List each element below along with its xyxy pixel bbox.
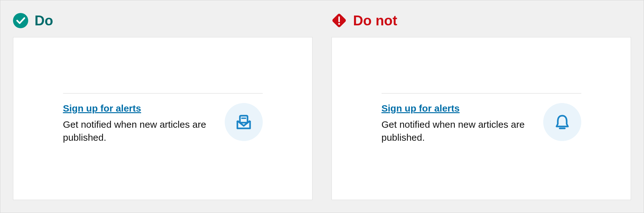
signup-alerts-link[interactable]: Sign up for alerts: [382, 103, 460, 114]
guidance-container: Do Sign up for alerts Get notified when …: [0, 0, 644, 213]
donot-header: Do not: [332, 13, 631, 28]
warning-diamond-icon: [332, 13, 347, 28]
do-title: Do: [35, 14, 53, 28]
check-circle-icon: [13, 13, 28, 28]
do-panel: Do Sign up for alerts Get notified when …: [13, 13, 312, 200]
donot-card-description: Get notified when new articles are publi…: [382, 118, 534, 144]
envelope-open-icon: [225, 103, 263, 141]
do-header: Do: [13, 13, 312, 28]
svg-point-5: [338, 23, 340, 25]
svg-rect-1: [240, 116, 248, 123]
donot-example-card: Sign up for alerts Get notified when new…: [332, 37, 631, 200]
bell-icon: [543, 103, 581, 141]
donot-title: Do not: [353, 14, 397, 28]
do-card-inner: Sign up for alerts Get notified when new…: [63, 93, 263, 144]
svg-point-0: [13, 13, 28, 28]
donot-card-text: Sign up for alerts Get notified when new…: [382, 103, 534, 144]
do-card-text: Sign up for alerts Get notified when new…: [63, 103, 215, 144]
do-example-card: Sign up for alerts Get notified when new…: [13, 37, 312, 200]
donot-card-inner: Sign up for alerts Get notified when new…: [382, 93, 581, 144]
do-card-description: Get notified when new articles are publi…: [63, 118, 215, 144]
donot-panel: Do not Sign up for alerts Get notified w…: [332, 13, 631, 200]
signup-alerts-link[interactable]: Sign up for alerts: [63, 103, 141, 114]
